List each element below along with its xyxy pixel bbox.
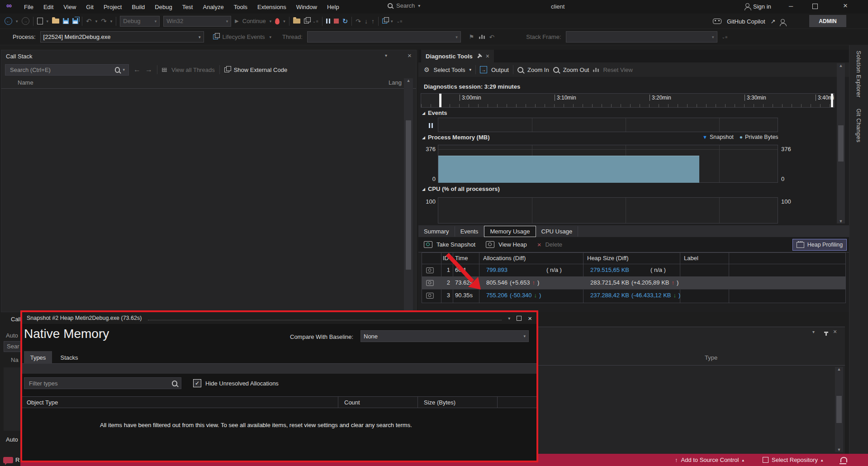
take-snapshot-button[interactable]: Take Snapshot xyxy=(436,241,475,248)
solution-configuration-dropdown[interactable]: Debug ▾ xyxy=(120,16,160,27)
menu-git[interactable]: Git xyxy=(81,4,99,10)
diagnostics-icon[interactable] xyxy=(382,19,387,24)
pause-events-button[interactable] xyxy=(426,120,435,131)
delete-button[interactable]: Delete xyxy=(545,241,562,248)
close-icon[interactable]: × xyxy=(833,328,837,335)
minimize-button[interactable]: ─ xyxy=(789,3,793,10)
menu-extensions[interactable]: Extensions xyxy=(252,4,291,10)
continue-label[interactable]: Continue xyxy=(242,18,266,24)
heap-size-link[interactable]: 237.288,42 KB xyxy=(590,292,629,299)
add-to-source-control-button[interactable]: ↑ Add to Source Control ▴ xyxy=(675,454,744,466)
solution-platform-dropdown[interactable]: Win32 ▾ xyxy=(163,16,231,27)
name-column-header[interactable]: Name xyxy=(18,79,33,86)
type-column-header[interactable]: Type xyxy=(705,354,717,361)
view-heap-button[interactable]: View Heap xyxy=(498,241,527,248)
new-file-icon[interactable] xyxy=(37,18,43,24)
diagnostic-scrollbar[interactable]: ▲ ▼ xyxy=(837,63,845,223)
menu-tools[interactable]: Tools xyxy=(229,4,252,10)
tab-events[interactable]: Events xyxy=(455,226,484,237)
break-all-icon[interactable] xyxy=(326,19,330,24)
notifications-bell-icon[interactable] xyxy=(840,457,847,462)
flag-icon[interactable]: ⚑ xyxy=(469,33,474,40)
back-icon[interactable]: ← xyxy=(133,66,141,74)
events-section-header[interactable]: ◢ Events xyxy=(422,109,447,116)
navigate-back-icon[interactable]: ← xyxy=(5,17,12,25)
tab-git-changes[interactable]: Git Changes xyxy=(855,109,862,143)
scroll-down-icon[interactable]: ▼ xyxy=(837,447,841,452)
memory-chart[interactable] xyxy=(438,145,778,183)
github-copilot-icon[interactable] xyxy=(713,19,721,24)
thread-dropdown[interactable]: ▾ xyxy=(307,31,461,43)
tab-summary[interactable]: Summary xyxy=(418,226,455,237)
undo-icon[interactable]: ↶ xyxy=(86,17,92,25)
panel-scrollbar[interactable]: ▲ ▼ xyxy=(835,367,843,452)
scrollbar-thumb[interactable] xyxy=(836,396,842,423)
step-into-icon[interactable]: ↓ xyxy=(365,18,368,25)
sign-in-button[interactable]: Sign in xyxy=(745,3,771,10)
scrollbar-thumb[interactable] xyxy=(838,125,844,162)
col-heap-size[interactable]: Heap Size (Diff) xyxy=(587,255,629,262)
lang-column-header[interactable]: Lang xyxy=(389,79,402,86)
admin-button[interactable]: ADMIN xyxy=(809,15,846,27)
cpu-chart[interactable] xyxy=(438,197,778,223)
filter-types-box[interactable] xyxy=(24,377,181,389)
restart-icon[interactable]: ↻ xyxy=(342,17,348,25)
scroll-up-icon[interactable]: ▲ xyxy=(407,78,411,83)
zoom-in-button[interactable]: Zoom In xyxy=(527,67,549,73)
heap-size-link[interactable]: 279.515,65 KB xyxy=(590,266,629,273)
process-dropdown[interactable]: [22524] Metin2Debug.exe ▾ xyxy=(40,31,204,43)
close-icon[interactable]: × xyxy=(408,52,412,59)
memory-section-header[interactable]: ◢ Process Memory (MB) xyxy=(422,134,489,141)
find-in-files-icon[interactable] xyxy=(293,19,300,24)
col-size-bytes[interactable]: Size (Bytes) xyxy=(424,399,455,406)
pin-icon[interactable] xyxy=(825,332,827,336)
maximize-button[interactable] xyxy=(812,4,818,9)
reset-view-button[interactable]: Reset View xyxy=(603,67,633,73)
hide-unresolved-checkbox-row[interactable]: ✓ Hide Unresolved Allocations xyxy=(193,379,279,387)
output-button[interactable]: Output xyxy=(491,67,509,73)
dock-icon[interactable] xyxy=(477,54,481,58)
toolbar-overflow-icon[interactable]: ⌄≡ xyxy=(313,19,318,24)
col-object-type[interactable]: Object Type xyxy=(27,399,58,406)
select-tools-button[interactable]: Select Tools xyxy=(434,67,465,73)
hot-reload-icon[interactable] xyxy=(275,18,280,24)
continue-play-icon[interactable]: ▶ xyxy=(235,18,238,24)
chevron-down-icon[interactable]: ▾ xyxy=(123,67,125,72)
tab-memory-usage[interactable]: Memory Usage xyxy=(484,226,536,237)
github-copilot-label[interactable]: GitHub Copilot xyxy=(727,18,765,25)
menu-build[interactable]: Build xyxy=(127,4,150,10)
menu-project[interactable]: Project xyxy=(99,4,127,10)
call-stack-scrollbar[interactable]: ▲ ▼ xyxy=(404,78,413,312)
menu-window[interactable]: Window xyxy=(291,4,322,10)
menu-analyze[interactable]: Analyze xyxy=(198,4,228,10)
save-icon[interactable] xyxy=(63,18,69,24)
dialog-title-bar[interactable]: Snapshot #2 Heap Metin2Debug.exe (73.62s… xyxy=(22,312,536,324)
chevron-down-icon[interactable]: ▾ xyxy=(47,19,49,24)
scroll-up-icon[interactable]: ▲ xyxy=(837,367,841,371)
call-stack-search-input[interactable] xyxy=(9,66,112,74)
call-stack-search[interactable]: ▾ xyxy=(5,64,129,76)
tab-solution-explorer[interactable]: Solution Explorer xyxy=(855,51,862,98)
cpu-section-header[interactable]: ◢ CPU (% of all processors) xyxy=(422,185,500,192)
select-repository-button[interactable]: Select Repository ▴ xyxy=(763,454,823,466)
tab-diagnostic-tools[interactable]: Diagnostic Tools × xyxy=(421,50,494,62)
tab-stacks[interactable]: Stacks xyxy=(54,351,85,364)
menu-debug[interactable]: Debug xyxy=(150,4,177,10)
stop-debugging-icon[interactable] xyxy=(334,19,339,24)
tab-types[interactable]: Types xyxy=(24,351,52,364)
chevron-down-icon[interactable]: ▾ xyxy=(16,19,18,24)
navigate-forward-icon[interactable]: → xyxy=(22,17,29,25)
compare-baseline-dropdown[interactable]: None ▾ xyxy=(360,330,529,342)
thread-columns-icon[interactable] xyxy=(479,35,485,39)
filter-types-input[interactable] xyxy=(28,380,169,387)
tab-cpu-usage[interactable]: CPU Usage xyxy=(536,226,579,237)
scroll-down-icon[interactable]: ▼ xyxy=(839,219,843,223)
step-over-icon[interactable]: ↷ xyxy=(356,18,361,25)
share-icon[interactable]: ↗ xyxy=(771,18,776,25)
feedback-speech-icon[interactable] xyxy=(3,457,13,463)
list-icon[interactable]: ⌄≡ xyxy=(722,35,728,39)
show-external-code-button[interactable]: Show External Code xyxy=(234,67,288,73)
maximize-icon[interactable] xyxy=(517,316,522,321)
feedback-person-icon[interactable] xyxy=(781,19,785,23)
menu-test[interactable]: Test xyxy=(177,4,198,10)
